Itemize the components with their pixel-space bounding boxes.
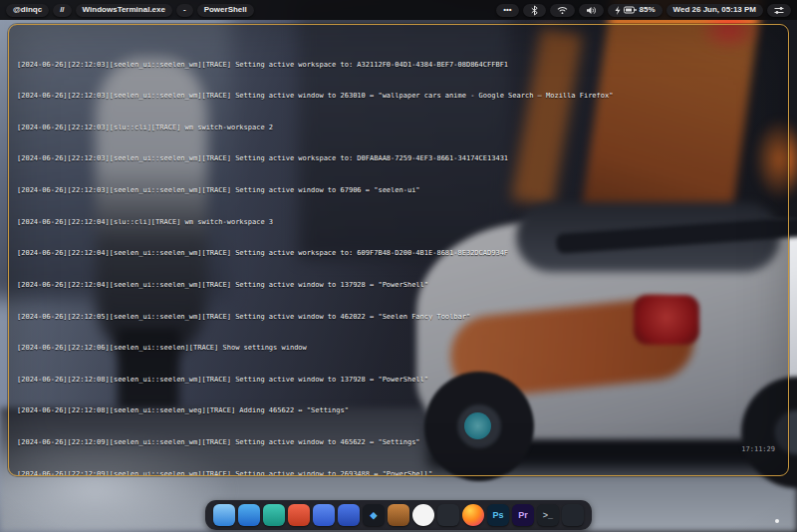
toolbar-app-pill[interactable]: // — [53, 4, 71, 17]
toolbar-app-pill[interactable]: @dinqc — [6, 4, 49, 17]
toolbar-right-group: ••• — [496, 4, 791, 17]
dock-app-glyph: Ps — [492, 510, 503, 520]
log-line: [2024-06-26][22:12:04][seelen_ui::seelen… — [17, 282, 780, 290]
terminal-log: [2024-06-26][22:12:03][seelen_ui::seelen… — [9, 25, 788, 476]
battery-button[interactable]: 85% — [608, 4, 663, 17]
dock-app[interactable] — [288, 504, 310, 526]
dock-app[interactable] — [388, 504, 409, 526]
dock-app[interactable] — [437, 504, 459, 526]
more-options-label: ••• — [503, 6, 511, 14]
bluetooth-button[interactable] — [523, 4, 546, 17]
battery-icon — [624, 6, 637, 14]
dock-app[interactable] — [462, 504, 484, 526]
dock-app[interactable]: Pr — [512, 504, 534, 526]
fancy-toolbar: @dinqc // WindowsTerminal.exe - PowerShe… — [0, 0, 797, 20]
desktop: @dinqc // WindowsTerminal.exe - PowerShe… — [0, 0, 797, 532]
log-line: [2024-06-26][22:12:06][seelen_ui::seelen… — [17, 345, 780, 353]
volume-icon — [586, 6, 597, 15]
log-line: [2024-06-26][22:12:03][seelen_ui::seelen… — [17, 187, 780, 195]
dock-app[interactable] — [263, 504, 285, 526]
dock-app[interactable] — [313, 504, 335, 526]
log-line: [2024-06-26][22:12:03][seelen_ui::seelen… — [17, 93, 780, 101]
log-line: [2024-06-26][22:12:09][seelen_ui::seelen… — [17, 439, 780, 447]
log-line: [2024-06-26][22:12:04][seelen_ui::seelen… — [17, 250, 780, 258]
bluetooth-icon — [530, 5, 539, 16]
dock: ◆ Ps Pr — [205, 500, 592, 530]
charging-bolt-icon — [615, 6, 621, 15]
dock-app[interactable] — [338, 504, 360, 526]
log-line: [2024-06-26][22:12:04][slu::cli][TRACE] … — [17, 219, 780, 227]
log-line: [2024-06-26][22:12:08][seelen_ui::seelen… — [17, 377, 780, 385]
log-line: [2024-06-26][22:12:03][slu::cli][TRACE] … — [17, 125, 780, 133]
quick-settings-icon — [774, 6, 784, 15]
log-line: [2024-06-26][22:12:03][seelen_ui::seelen… — [17, 155, 780, 163]
dock-app[interactable]: >_ — [537, 504, 559, 526]
toolbar-app-pill[interactable]: - — [176, 4, 193, 17]
dock-app[interactable] — [238, 504, 260, 526]
dock-app-glyph: ◆ — [371, 510, 378, 520]
terminal-window[interactable]: [2024-06-26][22:12:03][seelen_ui::seelen… — [8, 24, 789, 476]
dock-app[interactable] — [213, 504, 235, 526]
show-desktop-dot[interactable] — [775, 519, 779, 523]
dock-app[interactable]: ◆ — [363, 504, 385, 526]
log-line: [2024-06-26][22:12:08][seelen_ui::seelen… — [17, 407, 780, 415]
dock-app-glyph: Pr — [518, 510, 528, 520]
datetime-label: Wed 26 Jun, 05:13 PM — [673, 6, 756, 14]
dock-app[interactable] — [412, 504, 434, 526]
battery-percent: 85% — [640, 6, 656, 14]
terminal-clock: 17:11:29 — [741, 445, 775, 453]
quick-settings-button[interactable] — [767, 4, 791, 17]
more-options-button[interactable]: ••• — [496, 4, 518, 17]
wifi-button[interactable] — [550, 4, 575, 17]
dock-app[interactable]: Ps — [487, 504, 509, 526]
dock-app[interactable] — [562, 504, 584, 526]
log-line: [2024-06-26][22:12:03][seelen_ui::seelen… — [17, 62, 780, 70]
log-line: [2024-06-26][22:12:09][seelen_ui::seelen… — [17, 471, 780, 476]
dock-app-glyph: >_ — [543, 510, 553, 520]
volume-button[interactable] — [579, 4, 604, 17]
log-line: [2024-06-26][22:12:05][seelen_ui::seelen… — [17, 314, 780, 322]
wifi-icon — [557, 6, 568, 15]
datetime-button[interactable]: Wed 26 Jun, 05:13 PM — [666, 4, 763, 17]
toolbar-left-group: @dinqc // WindowsTerminal.exe - PowerShe… — [6, 4, 254, 17]
toolbar-app-pill[interactable]: WindowsTerminal.exe — [76, 4, 172, 17]
toolbar-app-pill[interactable]: PowerShell — [197, 4, 254, 17]
